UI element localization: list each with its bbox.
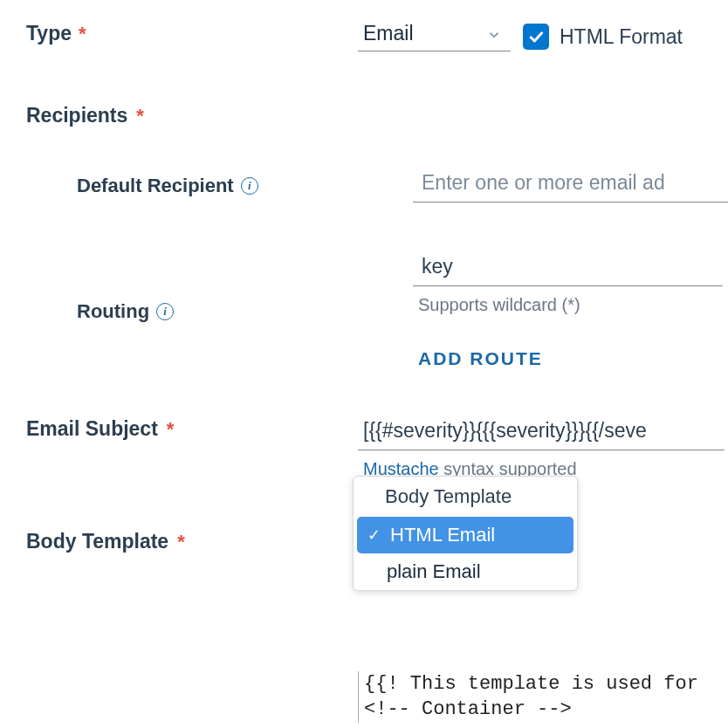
dropdown-option-label: plain Email [387, 560, 481, 583]
default-recipient-input[interactable] [413, 169, 728, 203]
email-subject-label-text: Email Subject [26, 417, 158, 441]
code-line: {{! This template is used for [364, 673, 698, 695]
check-icon [527, 28, 545, 45]
dropdown-option-plain-email[interactable]: ✓ plain Email [354, 553, 577, 590]
dropdown-option-html-email[interactable]: ✓ HTML Email [357, 517, 573, 553]
routing-key-input[interactable] [413, 253, 723, 286]
email-subject-field: Mustache syntax supported [358, 417, 728, 479]
html-format-label: HTML Format [560, 25, 683, 49]
type-row: Type * Email HTML Format [26, 22, 728, 52]
type-controls: Email HTML Format [358, 22, 683, 52]
dropdown-option-label: HTML Email [390, 524, 495, 546]
routing-helper-text: Supports wildcard (*) [413, 295, 723, 315]
body-template-dropdown: Body Template ✓ HTML Email ✓ plain Email [353, 476, 578, 591]
routing-field: Supports wildcard (*) ADD ROUTE [413, 253, 723, 369]
dropdown-header: Body Template [354, 477, 577, 517]
body-template-label: Body Template * [26, 530, 358, 553]
email-subject-label: Email Subject * [26, 417, 358, 441]
email-subject-input[interactable] [358, 417, 725, 450]
check-icon: ✓ [367, 525, 383, 545]
info-icon[interactable]: i [241, 177, 258, 195]
recipients-header: Recipients * [26, 104, 728, 127]
add-route-button[interactable]: ADD ROUTE [413, 348, 723, 369]
recipients-label-text: Recipients [26, 104, 127, 127]
html-format-checkbox[interactable] [523, 24, 549, 50]
routing-row: Routing i Supports wildcard (*) ADD ROUT… [77, 253, 728, 369]
type-label: Type * [26, 22, 358, 45]
chevron-down-icon [486, 27, 502, 43]
default-recipient-row: Default Recipient i [77, 169, 728, 203]
required-asterisk: * [79, 23, 86, 45]
required-asterisk: * [136, 105, 144, 127]
required-asterisk: * [177, 531, 185, 553]
body-template-label-text: Body Template [26, 530, 168, 553]
info-icon[interactable]: i [156, 303, 174, 320]
required-asterisk: * [167, 418, 175, 441]
type-label-text: Type [26, 22, 72, 45]
default-recipient-field [413, 169, 728, 203]
code-line: <!-- Container --> [364, 698, 572, 720]
email-subject-row: Email Subject * Mustache syntax supporte… [26, 417, 728, 479]
default-recipient-label: Default Recipient i [77, 175, 413, 197]
default-recipient-label-text: Default Recipient [77, 175, 234, 197]
routing-label: Routing i [77, 300, 413, 323]
type-select[interactable]: Email [358, 22, 511, 52]
routing-label-text: Routing [77, 300, 149, 323]
body-template-code-preview: {{! This template is used for <!-- Conta… [358, 671, 698, 723]
body-template-row: Body Template * Body Template ✓ HTML Ema… [26, 530, 728, 553]
type-select-value: Email [363, 22, 414, 45]
